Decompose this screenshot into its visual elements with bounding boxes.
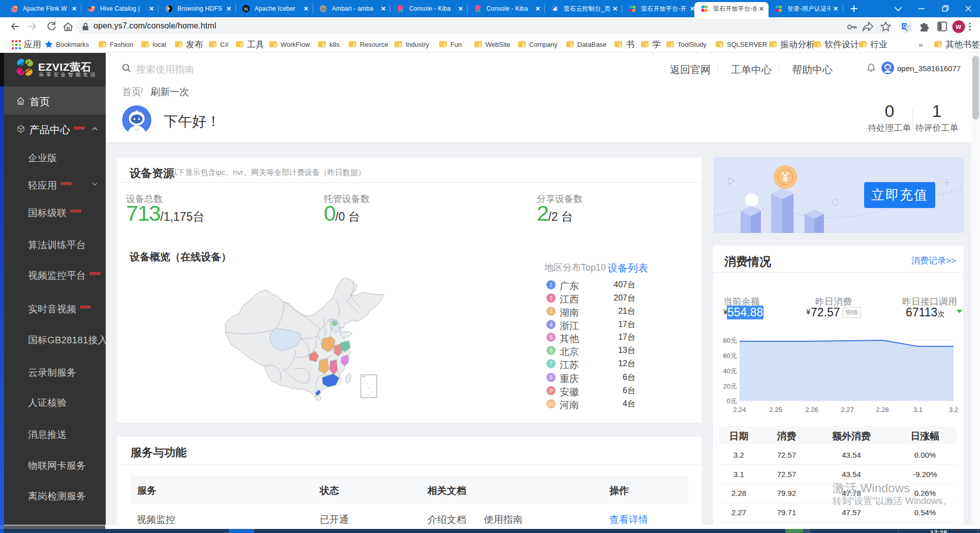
svg-text:0元: 0元 (727, 397, 737, 405)
svg-text:2.25: 2.25 (769, 406, 782, 413)
svg-text:80元: 80元 (723, 337, 737, 344)
svg-text:40元: 40元 (723, 367, 737, 375)
svg-text:3.2: 3.2 (949, 406, 958, 413)
svg-text:2.24: 2.24 (733, 406, 746, 413)
svg-text:N: N (244, 6, 248, 12)
svg-text:60元: 60元 (723, 352, 737, 360)
svg-text:W: W (956, 24, 961, 30)
svg-text:3.1: 3.1 (913, 406, 923, 413)
svg-text:2.26: 2.26 (805, 406, 818, 413)
svg-text:2.28: 2.28 (876, 406, 889, 413)
svg-text:2.27: 2.27 (841, 406, 853, 413)
svg-text:20元: 20元 (723, 382, 737, 390)
